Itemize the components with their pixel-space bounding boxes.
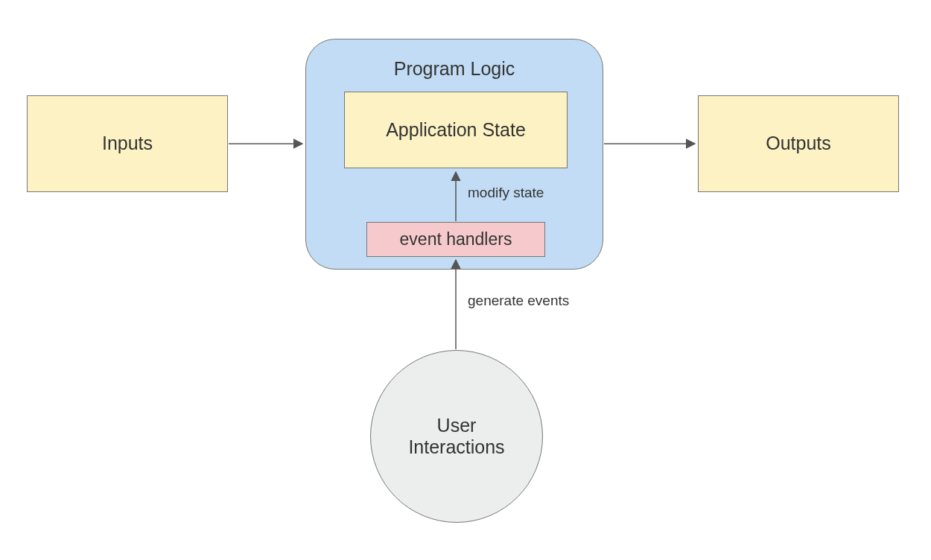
node-application-state-label: Application State bbox=[386, 118, 526, 141]
node-inputs-label: Inputs bbox=[102, 132, 153, 155]
node-event-handlers-label: event handlers bbox=[400, 229, 512, 250]
edge-label-modify-state: modify state bbox=[468, 185, 544, 201]
node-user-interactions: User Interactions bbox=[370, 350, 543, 523]
node-outputs: Outputs bbox=[698, 95, 899, 192]
edge-label-generate-events: generate events bbox=[468, 293, 569, 309]
node-program-logic-label: Program Logic bbox=[305, 58, 603, 80]
node-application-state: Application State bbox=[344, 92, 568, 168]
node-inputs: Inputs bbox=[27, 95, 228, 192]
node-outputs-label: Outputs bbox=[766, 132, 831, 155]
node-event-handlers: event handlers bbox=[366, 222, 545, 257]
node-user-interactions-label: User Interactions bbox=[408, 415, 504, 458]
diagram-canvas: Inputs Program Logic Application State e… bbox=[0, 0, 931, 560]
